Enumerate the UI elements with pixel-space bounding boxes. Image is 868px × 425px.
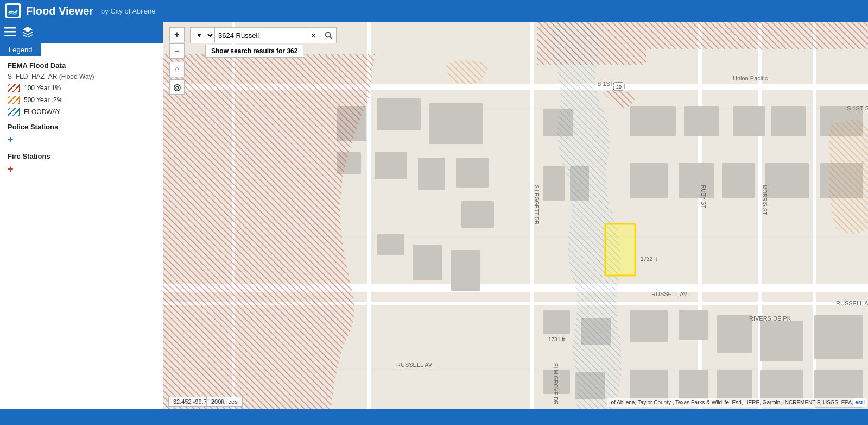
svg-rect-30 [461,201,494,228]
legend-item-100yr: 100 Year 1% [8,84,155,92]
svg-rect-50 [679,370,708,399]
search-type-dropdown[interactable]: ▼ [190,27,215,43]
legend-item-500yr: 500 Year .2% [8,96,155,104]
svg-text:ELM GROVE DR: ELM GROVE DR [553,363,559,405]
svg-rect-37 [771,106,806,136]
map-attribution: of Abilene, Taylor County , Texas Parks … [607,398,863,407]
svg-rect-54 [543,310,570,334]
svg-rect-42 [765,163,809,198]
map-area[interactable]: Union Pacific S 1ST ST S 1ST ST S LEGGET… [163,22,868,409]
svg-text:20: 20 [616,84,622,90]
svg-rect-28 [413,245,442,280]
svg-rect-32 [543,166,565,201]
home-button[interactable]: ⌂ [169,62,185,77]
legend-tab: Legend [0,43,41,56]
svg-rect-47 [760,321,803,361]
layers-icon[interactable] [22,26,34,40]
search-results-text: Show search results for [211,47,287,55]
svg-text:1731 ft: 1731 ft [548,336,565,342]
coordinates-display: 32.452 -99.772 Degrees [168,397,243,407]
fire-icon-item: + [8,164,155,175]
app-header: Flood Viewer by City of Abilene [0,0,868,22]
svg-rect-25 [418,158,445,190]
svg-rect-48 [814,315,863,359]
fire-stations-label: Fire Stations [8,152,155,160]
svg-rect-23 [429,103,483,144]
sidebar-toolbar [0,22,163,43]
svg-text:RIVERSIDE PK: RIVERSIDE PK [749,315,791,322]
locate-button[interactable]: ◎ [169,79,185,95]
search-results-hint[interactable]: Show search results for 362 [205,45,303,58]
legend-item-floodway: FLOODWAY [8,108,155,116]
search-input[interactable] [215,27,307,43]
svg-rect-41 [722,163,755,198]
svg-rect-51 [717,370,752,402]
svg-rect-49 [630,370,668,402]
svg-text:MORRIS ST: MORRIS ST [762,185,768,215]
swatch-100yr [8,84,20,92]
svg-text:RUSSELL AV: RUSSELL AV [836,300,868,307]
zoom-out-button[interactable]: − [169,43,185,59]
swatch-floodway [8,108,20,116]
svg-text:RUSSELL AV: RUSSELL AV [396,361,433,368]
svg-rect-39 [630,163,668,198]
map-controls: + − ⌂ ◎ [169,27,185,95]
svg-text:S 1ST ST: S 1ST ST [847,105,868,111]
svg-text:RUSSELL AV: RUSSELL AV [651,291,688,297]
app-subtitle: by City of Abilene [101,7,155,15]
svg-rect-22 [377,98,421,130]
app-logo-icon [5,3,21,18]
svg-rect-35 [684,106,719,136]
svg-rect-2 [4,31,16,33]
search-results-count: 362 [287,47,297,55]
zoom-in-button[interactable]: + [169,27,185,42]
svg-text:RUBY ST: RUBY ST [700,185,706,208]
app-title: Flood Viewer [26,5,93,17]
legend-panel: Legend FEMA Flood Data S_FLD_HAZ_AR (Flo… [0,43,163,409]
label-500yr: 500 Year .2% [24,96,62,104]
search-submit-button[interactable] [320,27,337,43]
svg-rect-29 [451,250,480,291]
svg-rect-34 [630,106,676,136]
svg-text:S LEGGETT DR: S LEGGETT DR [534,185,540,224]
svg-point-78 [325,33,330,38]
swatch-500yr [8,96,20,104]
search-bar: ▼ × Show search results for 362 [190,27,337,43]
svg-rect-46 [717,315,752,353]
svg-rect-24 [375,152,407,179]
svg-rect-27 [377,234,404,255]
fire-cross-icon: + [8,164,14,175]
label-floodway: FLOODWAY [24,108,60,116]
flood-subtitle: S_FLD_HAZ_AR (Flood Way) [8,73,155,80]
svg-rect-44 [630,310,668,342]
police-stations-label: Police Stations [8,123,155,131]
svg-text:Union Pacific: Union Pacific [733,75,768,82]
map-svg: Union Pacific S 1ST ST S 1ST ST S LEGGET… [163,22,868,409]
menu-icon[interactable] [4,26,16,40]
svg-rect-45 [679,310,708,340]
svg-rect-1 [4,27,16,29]
esri-logo: esri [853,398,867,407]
search-clear-button[interactable]: × [307,27,320,43]
svg-rect-26 [456,158,489,188]
svg-rect-40 [679,163,714,198]
svg-rect-60 [605,224,635,276]
police-icon-item: + [8,134,155,146]
scale-bar: 200ft [206,397,229,407]
svg-rect-3 [4,35,16,36]
svg-rect-36 [733,106,765,136]
bottom-bar [0,409,868,425]
label-100yr: 100 Year 1% [24,84,61,92]
svg-text:1732 ft: 1732 ft [641,256,657,262]
fema-title: FEMA Flood Data [8,61,155,70]
police-cross-icon: + [8,134,14,146]
svg-line-79 [330,37,332,39]
